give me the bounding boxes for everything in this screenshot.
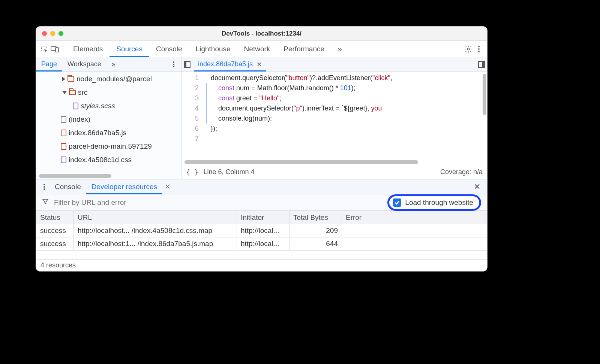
close-drawer-icon[interactable]: ✕ — [470, 182, 484, 192]
tree-folder-src[interactable]: src — [36, 86, 181, 99]
col-url[interactable]: URL — [74, 211, 237, 224]
folder-icon — [69, 90, 76, 95]
load-through-website-label: Load through website — [405, 198, 473, 207]
tabs-overflow-icon[interactable]: » — [331, 41, 349, 57]
minimize-window-button[interactable] — [50, 31, 55, 36]
tree-label: styles.scss — [81, 102, 115, 110]
pretty-print-icon[interactable]: { } — [186, 168, 198, 176]
load-through-website-control[interactable]: Load through website — [387, 194, 481, 211]
file-icon — [73, 103, 78, 109]
device-toggle-icon[interactable] — [50, 44, 60, 54]
code-editor[interactable]: 1234567 document.querySelector("button")… — [182, 72, 487, 159]
tab-sources[interactable]: Sources — [110, 41, 149, 57]
panel-tabs: Elements Sources Console Lighthouse Netw… — [66, 41, 349, 57]
tree-folder-node-modules[interactable]: node_modules/@parcel — [36, 72, 181, 86]
svg-point-8 — [173, 64, 174, 65]
cursor-position: Line 6, Column 4 — [204, 168, 255, 176]
show-navigator-icon[interactable] — [184, 61, 190, 68]
main-toolbar: Elements Sources Console Lighthouse Netw… — [36, 41, 487, 57]
tree-file-index-js[interactable]: index.86da7ba5.js — [36, 126, 181, 140]
svg-point-9 — [173, 66, 174, 67]
drawer-tab-console[interactable]: Console — [50, 179, 86, 194]
svg-point-3 — [467, 48, 470, 50]
tree-label: index.86da7ba5.js — [69, 129, 126, 137]
svg-point-12 — [44, 188, 45, 190]
close-window-button[interactable] — [42, 31, 47, 36]
window-title: DevTools - localhost:1234/ — [36, 30, 487, 37]
editor-statusbar: { } Line 6, Column 4 Coverage: n/a — [182, 165, 487, 179]
tree-file-styles-scss[interactable]: styles.scss — [36, 99, 181, 113]
svg-point-11 — [44, 186, 45, 188]
filter-icon[interactable] — [42, 198, 49, 207]
drawer: Console Developer resources ✕ ✕ Load thr… — [36, 179, 487, 271]
line-gutter: 1234567 — [182, 72, 204, 159]
sources-panel: Page Workspace » node_modules/@parcel sr… — [36, 57, 487, 179]
table-row[interactable]: success http://localhost... /index.4a508… — [36, 224, 487, 237]
maximize-window-button[interactable] — [58, 31, 63, 36]
col-error[interactable]: Error — [342, 211, 487, 224]
navigator-hscroll[interactable] — [36, 173, 181, 179]
tab-lighthouse[interactable]: Lighthouse — [189, 41, 237, 57]
file-icon — [61, 116, 66, 123]
table-header-row: Status URL Initiator Total Bytes Error — [36, 211, 487, 224]
editor-hscroll[interactable] — [182, 159, 487, 165]
drawer-tabs: Console Developer resources ✕ ✕ — [36, 179, 487, 194]
tree-file-parcel-demo[interactable]: parcel-demo-main.597129 — [36, 140, 181, 153]
folder-icon — [68, 76, 74, 82]
resources-table[interactable]: Status URL Initiator Total Bytes Error s… — [36, 211, 487, 259]
collapse-icon[interactable] — [62, 91, 67, 94]
filter-input[interactable] — [54, 198, 204, 207]
editor-tabbar: index.86da7ba5.js ✕ — [182, 57, 487, 72]
navigator-tab-workspace[interactable]: Workspace — [62, 57, 106, 72]
editor-vscroll[interactable] — [483, 74, 486, 115]
tree-label: node_modules/@parcel — [76, 75, 152, 83]
svg-point-7 — [173, 61, 174, 63]
close-drawer-tab-icon[interactable]: ✕ — [162, 182, 173, 191]
filter-bar: Load through website — [36, 194, 487, 211]
tree-file-index-css[interactable]: index.4a508c1d.css — [36, 153, 181, 167]
titlebar: DevTools - localhost:1234/ — [36, 27, 487, 41]
toolbar-separator — [63, 44, 63, 54]
svg-point-6 — [478, 51, 480, 52]
col-status[interactable]: Status — [36, 211, 74, 224]
file-icon — [61, 157, 66, 163]
drawer-kebab-icon[interactable] — [39, 182, 50, 192]
code-content[interactable]: document.querySelector("button")?.addEve… — [204, 72, 487, 159]
tab-network[interactable]: Network — [237, 41, 277, 57]
coverage-status: Coverage: n/a — [440, 168, 483, 176]
navigator-kebab-icon[interactable] — [168, 59, 179, 70]
settings-icon[interactable] — [463, 44, 474, 54]
tree-label: (index) — [69, 115, 90, 124]
svg-point-5 — [478, 48, 480, 50]
tab-performance[interactable]: Performance — [277, 41, 331, 57]
drawer-footer: 4 resources — [36, 259, 487, 271]
devtools-window: DevTools - localhost:1234/ Elements Sour… — [36, 26, 488, 272]
tree-label: index.4a508c1d.css — [69, 156, 132, 164]
table-row[interactable]: success http://localhost:1... /index.86d… — [36, 237, 487, 251]
kebab-menu-icon[interactable] — [474, 44, 484, 54]
inspect-icon[interactable] — [39, 44, 50, 54]
navigator-tabs: Page Workspace » — [36, 57, 181, 72]
svg-point-10 — [44, 184, 45, 185]
file-icon — [61, 143, 66, 150]
close-tab-icon[interactable]: ✕ — [256, 60, 262, 69]
navigator-tab-page[interactable]: Page — [36, 57, 62, 72]
col-total-bytes[interactable]: Total Bytes — [290, 211, 342, 224]
tab-console[interactable]: Console — [149, 41, 189, 57]
expand-icon[interactable] — [62, 77, 65, 81]
tree-file-index[interactable]: (index) — [36, 113, 181, 126]
navigator-tabs-overflow-icon[interactable]: » — [106, 57, 121, 72]
editor-tab-active[interactable]: index.86da7ba5.js ✕ — [194, 57, 266, 72]
col-initiator[interactable]: Initiator — [237, 211, 290, 224]
editor-tab-label: index.86da7ba5.js — [198, 60, 253, 68]
navigator-pane: Page Workspace » node_modules/@parcel sr… — [36, 57, 182, 179]
file-tree[interactable]: node_modules/@parcel src styles.scss (in… — [36, 72, 181, 173]
drawer-tab-developer-resources[interactable]: Developer resources — [86, 179, 162, 194]
resource-count: 4 resources — [40, 261, 76, 269]
load-through-website-checkbox[interactable] — [393, 198, 401, 207]
show-debugger-icon[interactable] — [478, 61, 485, 68]
tab-elements[interactable]: Elements — [66, 41, 110, 57]
file-icon — [61, 130, 66, 136]
tree-label: parcel-demo-main.597129 — [69, 142, 152, 151]
svg-point-4 — [478, 46, 480, 47]
